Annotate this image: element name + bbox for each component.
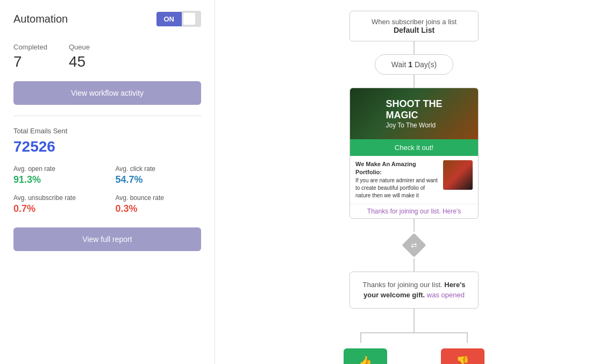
branch-horizontal bbox=[333, 332, 495, 343]
bounce-rate-item: Avg. bounce rate 0.3% bbox=[116, 194, 202, 215]
unsub-rate-value: 0.7% bbox=[13, 203, 35, 214]
diamond-shape: ⇄ bbox=[402, 233, 426, 257]
completed-stat: Completed 7 bbox=[13, 43, 47, 70]
click-rate-value: 54.7% bbox=[116, 174, 143, 185]
queue-stat: Queue 45 bbox=[69, 43, 90, 70]
open-rate-label: Avg. open rate bbox=[13, 165, 99, 173]
workflow-activity-button[interactable]: View workflow activity bbox=[13, 81, 201, 105]
email-body-title: We Make An Amazing Portfolio: bbox=[355, 161, 416, 175]
total-emails-label: Total Emails Sent bbox=[13, 127, 201, 135]
thumbs-down-icon: 👎 bbox=[456, 355, 469, 364]
stats-row: Completed 7 Queue 45 bbox=[13, 43, 201, 70]
open-rate-item: Avg. open rate 91.3% bbox=[13, 165, 99, 185]
toggle-slider[interactable] bbox=[182, 11, 201, 27]
condition-text1: Thanks for joining our list. bbox=[363, 281, 443, 289]
left-panel: Automation ON Completed 7 Queue 45 View … bbox=[0, 0, 215, 364]
diamond-decision: ⇄ bbox=[401, 232, 427, 259]
condition-status: was opened bbox=[427, 291, 465, 299]
email-thumbnail bbox=[443, 160, 473, 190]
automation-title: Automation bbox=[13, 13, 68, 25]
diamond-icon: ⇄ bbox=[411, 241, 417, 249]
email-hero-image: SHOOT THE MAGIC Joy To The World bbox=[350, 88, 478, 139]
email-body-preview: We Make An Amazing Portfolio: If you are… bbox=[350, 156, 478, 204]
right-panel: When subscriber joins a list Default Lis… bbox=[215, 0, 613, 364]
bounce-rate-label: Avg. bounce rate bbox=[116, 194, 202, 202]
email-subtitle: Joy To The World bbox=[386, 122, 442, 129]
click-rate-label: Avg. click rate bbox=[116, 165, 202, 173]
email-cta-bar[interactable]: Check it out! bbox=[350, 139, 478, 156]
trigger-main: Default List bbox=[360, 26, 468, 34]
toggle-container[interactable]: ON bbox=[156, 11, 202, 27]
connector-4 bbox=[414, 259, 415, 272]
unsub-rate-label: Avg. unsubscribe rate bbox=[13, 194, 99, 202]
click-rate-item: Avg. click rate 54.7% bbox=[116, 165, 202, 185]
wait-text: Wait bbox=[391, 60, 406, 69]
no-button[interactable]: 👎 bbox=[441, 348, 484, 364]
workflow-diagram: When subscriber joins a list Default Lis… bbox=[339, 11, 489, 364]
email-headline-line2: MAGIC bbox=[386, 110, 442, 122]
branch-left-drop bbox=[360, 332, 361, 343]
queue-value: 45 bbox=[69, 53, 85, 70]
connector-1 bbox=[414, 41, 415, 54]
wait-pill: Wait 1 Day(s) bbox=[375, 54, 453, 75]
bounce-rate-value: 0.3% bbox=[116, 203, 138, 214]
email-headline: SHOOT THE MAGIC Joy To The World bbox=[386, 98, 442, 130]
unsub-rate-item: Avg. unsubscribe rate 0.7% bbox=[13, 194, 99, 215]
branch-vert-line bbox=[414, 322, 415, 332]
email-body-text: We Make An Amazing Portfolio: If you are… bbox=[355, 160, 439, 199]
branch-right-drop bbox=[467, 332, 468, 343]
completed-value: 7 bbox=[13, 53, 22, 70]
connector-5 bbox=[414, 309, 415, 322]
email-body-content: If you are nature admirer and want to cr… bbox=[355, 177, 438, 198]
connector-3 bbox=[414, 219, 415, 232]
branch-buttons-row: 👍 👎 bbox=[344, 348, 484, 364]
view-full-report-button[interactable]: View full report bbox=[13, 227, 201, 251]
queue-label: Queue bbox=[69, 43, 90, 51]
connector-2 bbox=[414, 75, 415, 88]
email-caption: Thanks for joining our list. Here's bbox=[350, 204, 478, 218]
bottom-branch-area: 👍 👎 bbox=[323, 322, 505, 364]
condition-text: Thanks for joining our list. Here's your… bbox=[360, 280, 468, 301]
wait-unit: Day(s) bbox=[415, 60, 437, 69]
open-rate-value: 91.3% bbox=[13, 174, 41, 185]
branch-h-bar bbox=[360, 332, 468, 333]
completed-label: Completed bbox=[13, 43, 47, 51]
email-preview-box[interactable]: SHOOT THE MAGIC Joy To The World Check i… bbox=[350, 88, 479, 219]
toggle-on-label[interactable]: ON bbox=[156, 12, 182, 26]
yes-button[interactable]: 👍 bbox=[344, 348, 387, 364]
thumbs-up-icon: 👍 bbox=[359, 355, 372, 364]
rates-grid: Avg. open rate 91.3% Avg. click rate 54.… bbox=[13, 165, 201, 215]
trigger-box: When subscriber joins a list Default Lis… bbox=[350, 11, 479, 41]
wait-number: 1 bbox=[408, 60, 412, 69]
automation-header: Automation ON bbox=[13, 11, 201, 27]
trigger-subtitle: When subscriber joins a list bbox=[360, 18, 468, 26]
divider bbox=[13, 116, 201, 116]
condition-box: Thanks for joining our list. Here's your… bbox=[350, 272, 479, 309]
total-emails-value: 72526 bbox=[13, 138, 201, 155]
email-headline-line1: SHOOT THE bbox=[386, 98, 442, 110]
